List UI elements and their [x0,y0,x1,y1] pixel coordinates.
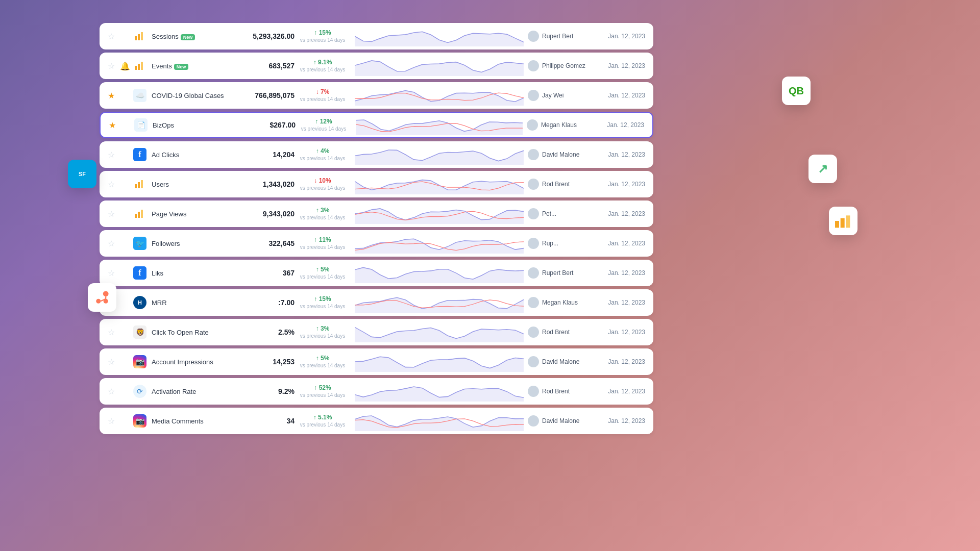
metric-row-events[interactable]: ☆🔔 EventsNew683,527 ↑ 9.1% vs previous 1… [100,53,653,79]
owner-adclicks: David Malone [528,149,599,160]
pct-covid: ↓ 7% [316,88,330,95]
metric-name-activationrate: Activation Rate [152,388,233,395]
metric-row-sessions[interactable]: ☆ SessionsNew5,293,326.00 ↑ 15% vs previ… [100,23,653,49]
date-adclicks: Jan. 12, 2023 [599,151,645,158]
metric-row-users[interactable]: ☆ Users1,343,020 ↓ 10% vs previous 14 da… [100,171,653,197]
owner-name-bizops: Megan Klaus [541,121,577,129]
svg-rect-1 [138,34,140,40]
metric-row-bizops[interactable]: ★📄BizOps$267.00 ↑ 12% vs previous 14 day… [100,112,653,138]
metric-change-mrr: ↑ 15% vs previous 14 days [295,295,351,310]
star-events[interactable]: ☆ [108,61,120,71]
star-mediacomments[interactable]: ☆ [108,416,120,426]
metric-value-accountimpressions: 14,253 [233,358,295,366]
trend-widget[interactable]: ↗ [808,155,837,183]
metric-row-pageviews[interactable]: ☆ Page Views9,343,020 ↑ 3% vs previous 1… [100,201,653,227]
owner-covid: Jay Wei [528,90,599,101]
pct-activationrate: ↑ 52% [314,384,331,391]
svg-marker-18 [355,209,524,224]
metric-value-events: 683,527 [233,62,295,70]
vs-sessions: vs previous 14 days [295,37,351,43]
avatar-liks [528,267,539,279]
metric-value-users: 1,343,020 [233,180,295,188]
svg-marker-21 [355,297,524,313]
metric-row-accountimpressions[interactable]: ☆📷Account Impressions14,253 ↑ 5% vs prev… [100,348,653,375]
icon-bizops: 📄 [133,117,149,133]
star-sessions[interactable]: ☆ [108,32,120,41]
date-clicktoopen: Jan. 12, 2023 [599,329,645,336]
metric-row-mediacomments[interactable]: ☆📷Media Comments34 ↑ 5.1% vs previous 14… [100,408,653,434]
metric-change-adclicks: ↑ 4% vs previous 14 days [295,147,351,162]
metric-name-covid: COVID-19 Global Cases [152,92,233,99]
icon-followers: 🐦 [132,236,148,251]
star-bizops[interactable]: ★ [109,120,121,130]
trend-up-icon: ↗ [818,162,828,176]
owner-mediacomments: David Malone [528,415,599,427]
date-mrr: Jan. 12, 2023 [599,299,645,306]
vs-liks: vs previous 14 days [295,273,351,280]
metric-value-mediacomments: 34 [233,417,295,425]
star-accountimpressions[interactable]: ☆ [108,357,120,367]
svg-point-29 [103,291,109,296]
salesforce-widget[interactable]: SF [68,160,96,188]
avatar-mrr [528,297,539,308]
metric-row-liks[interactable]: ☆fLiks367 ↑ 5% vs previous 14 days Ruper… [100,260,653,286]
star-pageviews[interactable]: ☆ [108,209,120,219]
vs-mediacomments: vs previous 14 days [295,421,351,428]
avatar-mediacomments [528,415,539,427]
sparkline-covid [355,85,524,106]
metric-name-sessions: SessionsNew [152,33,233,40]
bar-chart-icon [835,214,851,228]
chart-bar-widget[interactable] [829,207,857,235]
icon-clicktoopen: 🦁 [132,324,148,340]
date-covid: Jan. 12, 2023 [599,92,645,99]
pct-followers: ↑ 11% [314,236,331,243]
vs-mrr: vs previous 14 days [295,303,351,310]
metric-change-pageviews: ↑ 3% vs previous 14 days [295,207,351,221]
metric-row-mrr[interactable]: ☆HMRR:7.00 ↑ 15% vs previous 14 days Meg… [100,289,653,316]
avatar-users [528,179,539,190]
star-liks[interactable]: ☆ [108,268,120,278]
star-adclicks[interactable]: ☆ [108,150,120,160]
sparkline-events [355,56,524,76]
pct-bizops: ↑ 12% [315,118,332,125]
owner-name-covid: Jay Wei [542,92,564,99]
metric-name-accountimpressions: Account Impressions [152,358,233,366]
metric-value-clicktoopen: 2.5% [233,328,295,336]
metric-name-clicktoopen: Click To Open Rate [152,329,233,336]
sparkline-pageviews [355,204,524,224]
metrics-container: ☆ SessionsNew5,293,326.00 ↑ 15% vs previ… [100,23,653,437]
star-followers[interactable]: ☆ [108,239,120,248]
metric-name-events: EventsNew [152,62,233,70]
icon-users [132,177,148,192]
star-covid[interactable]: ★ [108,91,120,101]
pct-mrr: ↑ 15% [314,295,331,303]
metric-value-pageviews: 9,343,020 [233,210,295,218]
qb-icon: QB [789,85,804,97]
owner-name-mrr: Megan Klaus [542,299,578,306]
star-clicktoopen[interactable]: ☆ [108,328,120,337]
metric-change-sessions: ↑ 15% vs previous 14 days [295,29,351,44]
vs-bizops: vs previous 14 days [296,126,352,132]
bell-events[interactable]: 🔔 [120,61,132,71]
metric-change-activationrate: ↑ 52% vs previous 14 days [295,384,351,399]
icon-liks: f [132,265,148,281]
star-activationrate[interactable]: ☆ [108,387,120,396]
owner-liks: Rupert Bert [528,267,599,279]
hubspot-widget[interactable] [88,283,116,312]
quickbooks-widget[interactable]: QB [782,77,811,105]
icon-mediacomments: 📷 [132,413,148,429]
metric-row-clicktoopen[interactable]: ☆🦁Click To Open Rate2.5% ↑ 3% vs previou… [100,319,653,345]
owner-bizops: Megan Klaus [527,119,598,131]
metric-row-adclicks[interactable]: ☆fAd Clicks14,204 ↑ 4% vs previous 14 da… [100,141,653,168]
star-users[interactable]: ☆ [108,180,120,189]
metric-row-covid[interactable]: ★☁️COVID-19 Global Cases766,895,075 ↓ 7%… [100,82,653,109]
pct-sessions: ↑ 15% [314,29,331,36]
svg-rect-2 [141,32,143,40]
metric-row-activationrate[interactable]: ☆⟳Activation Rate9.2% ↑ 52% vs previous … [100,378,653,405]
sparkline-accountimpressions [355,352,524,372]
pct-users: ↓ 10% [314,177,331,184]
svg-rect-0 [135,36,137,40]
sparkline-followers [355,233,524,254]
metric-row-followers[interactable]: ☆🐦Followers322,645 ↑ 11% vs previous 14 … [100,230,653,257]
sparkline-liks [355,263,524,283]
